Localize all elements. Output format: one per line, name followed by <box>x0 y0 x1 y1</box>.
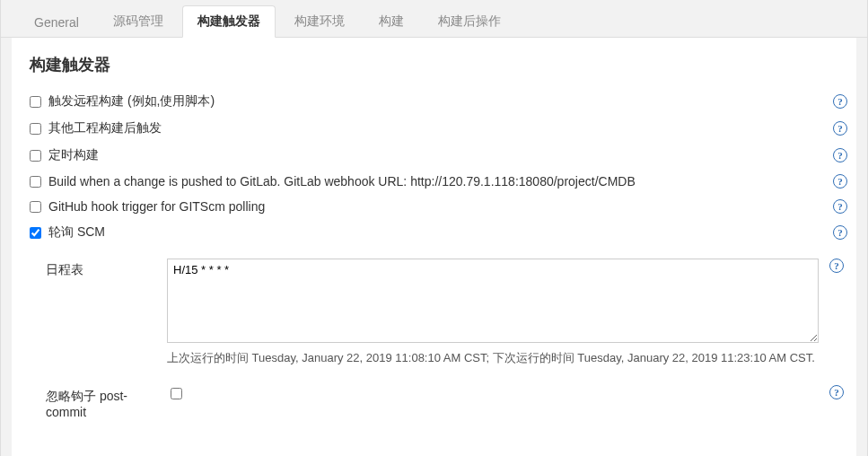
checkbox-build-periodically[interactable] <box>30 150 41 162</box>
label-after-other-projects[interactable]: 其他工程构建后触发 <box>48 120 833 136</box>
tab-general[interactable]: General <box>19 7 94 38</box>
help-icon[interactable]: ? <box>833 121 847 136</box>
help-icon[interactable]: ? <box>833 148 847 162</box>
checkbox-github-hook[interactable] <box>30 201 41 213</box>
checkbox-after-other-projects[interactable] <box>30 123 41 135</box>
label-trigger-remote[interactable]: 触发远程构建 (例如,使用脚本) <box>48 93 833 110</box>
checkbox-trigger-remote[interactable] <box>30 96 41 108</box>
help-icon[interactable]: ? <box>833 174 847 189</box>
tab-build[interactable]: 构建 <box>364 5 419 38</box>
tab-scm[interactable]: 源码管理 <box>98 5 179 38</box>
config-tabs: General 源码管理 构建触发器 构建环境 构建 构建后操作 <box>1 0 867 38</box>
section-title: 构建触发器 <box>30 54 847 75</box>
schedule-label: 日程表 <box>46 259 167 278</box>
build-triggers-panel: 构建触发器 触发远程构建 (例如,使用脚本) ? 其他工程构建后触发 ? 定时构… <box>12 38 856 456</box>
schedule-input[interactable] <box>167 259 819 343</box>
label-build-periodically[interactable]: 定时构建 <box>48 147 833 163</box>
checkbox-ignore-post-commit[interactable] <box>171 388 182 399</box>
tab-build-env[interactable]: 构建环境 <box>279 5 360 38</box>
label-gitlab-push[interactable]: Build when a change is pushed to GitLab.… <box>48 174 833 189</box>
ignore-hook-label: 忽略钩子 post-commit <box>46 385 167 419</box>
tab-post-build[interactable]: 构建后操作 <box>423 5 516 38</box>
tab-build-triggers[interactable]: 构建触发器 <box>182 5 276 38</box>
checkbox-poll-scm[interactable] <box>30 227 41 239</box>
help-icon[interactable]: ? <box>829 385 844 399</box>
help-icon[interactable]: ? <box>833 225 847 240</box>
poll-scm-config: 日程表 上次运行的时间 Tuesday, January 22, 2019 11… <box>46 255 847 423</box>
label-poll-scm[interactable]: 轮询 SCM <box>48 224 833 241</box>
schedule-hint: 上次运行的时间 Tuesday, January 22, 2019 11:08:… <box>167 349 819 367</box>
label-github-hook[interactable]: GitHub hook trigger for GITScm polling <box>48 199 833 214</box>
checkbox-gitlab-push[interactable] <box>30 176 41 188</box>
help-icon[interactable]: ? <box>829 259 844 273</box>
help-icon[interactable]: ? <box>833 199 847 214</box>
help-icon[interactable]: ? <box>833 94 847 109</box>
